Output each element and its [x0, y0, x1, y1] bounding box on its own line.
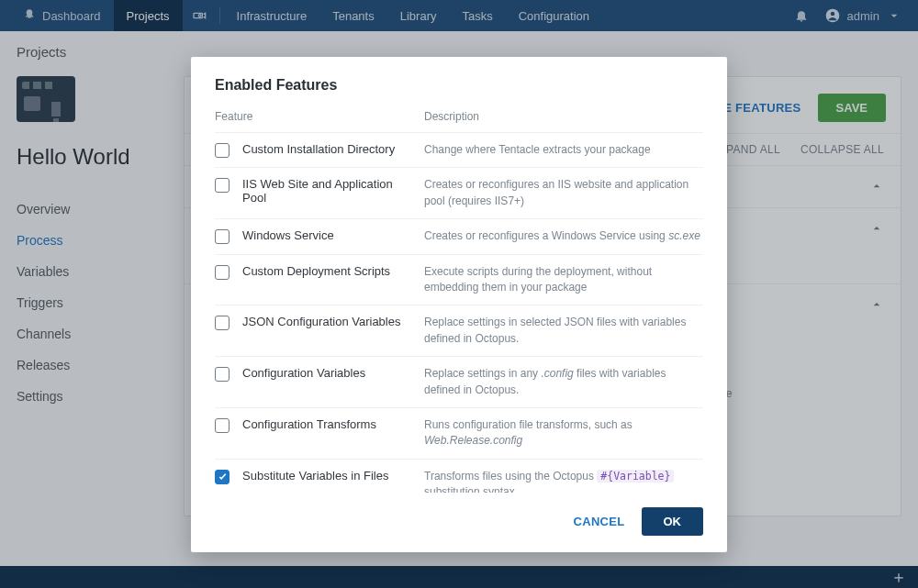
feature-description: Creates or reconfigures a Windows Servic…	[424, 228, 703, 244]
feature-description: Runs configuration file transforms, such…	[424, 417, 703, 449]
feature-checkbox[interactable]	[215, 316, 230, 330]
feature-row: Custom Installation DirectoryChange wher…	[215, 133, 703, 168]
feature-description: Replace settings in any .config files wi…	[424, 366, 703, 398]
feature-row: Custom Deployment ScriptsExecute scripts…	[215, 255, 703, 306]
dialog-title: Enabled Features	[215, 77, 703, 94]
feature-checkbox[interactable]	[215, 367, 230, 382]
column-description-header: Description	[424, 110, 703, 123]
feature-checkbox[interactable]	[215, 178, 230, 193]
feature-checkbox[interactable]	[215, 229, 230, 244]
feature-label: Custom Deployment Scripts	[242, 264, 424, 278]
feature-checkbox[interactable]	[215, 143, 230, 158]
feature-row: Configuration TransformsRuns configurati…	[215, 408, 703, 460]
ok-button[interactable]: OK	[642, 507, 704, 536]
feature-label: Custom Installation Directory	[242, 142, 424, 156]
feature-description: Transforms files using the Octopus #{Var…	[424, 469, 703, 493]
feature-list: Custom Installation DirectoryChange wher…	[215, 133, 709, 493]
feature-row: JSON Configuration VariablesReplace sett…	[215, 305, 703, 357]
feature-checkbox[interactable]	[215, 418, 230, 433]
feature-label: Configuration Variables	[242, 366, 424, 380]
feature-label: IIS Web Site and Application Pool	[242, 177, 424, 205]
feature-row: IIS Web Site and Application PoolCreates…	[215, 168, 703, 219]
feature-checkbox[interactable]	[215, 470, 230, 484]
feature-label: Windows Service	[242, 228, 424, 242]
feature-row: Substitute Variables in FilesTransforms …	[215, 460, 703, 493]
feature-description: Change where Tentacle extracts your pack…	[424, 142, 703, 158]
enabled-features-dialog: Enabled Features Feature Description Cus…	[191, 57, 727, 552]
column-feature-header: Feature	[215, 110, 424, 123]
feature-description: Execute scripts during the deployment, w…	[424, 264, 703, 296]
feature-description: Replace settings in selected JSON files …	[424, 315, 703, 347]
feature-label: Configuration Transforms	[242, 417, 424, 431]
cancel-button[interactable]: CANCEL	[574, 515, 625, 528]
feature-row: Configuration VariablesReplace settings …	[215, 357, 703, 408]
feature-description: Creates or reconfigures an IIS website a…	[424, 177, 703, 209]
feature-label: JSON Configuration Variables	[242, 315, 424, 328]
feature-label: Substitute Variables in Files	[242, 469, 424, 483]
feature-row: Windows ServiceCreates or reconfigures a…	[215, 219, 703, 254]
feature-checkbox[interactable]	[215, 265, 230, 280]
modal-overlay: Enabled Features Feature Description Cus…	[0, 0, 918, 588]
